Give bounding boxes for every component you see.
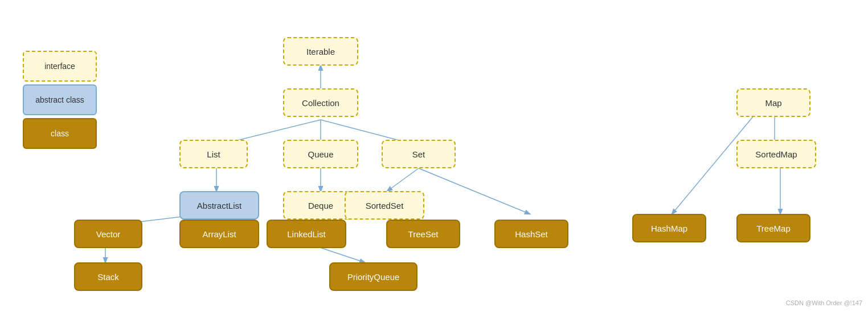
node-hashmap: HashMap xyxy=(632,214,706,242)
node-sortedset: SortedSet xyxy=(345,191,424,220)
node-arraylist: ArrayList xyxy=(179,220,259,248)
node-vector: Vector xyxy=(74,220,142,248)
node-sortedmap: SortedMap xyxy=(736,140,816,168)
node-collection: Collection xyxy=(283,88,358,117)
legend-interface: interface xyxy=(23,51,97,82)
node-set: Set xyxy=(382,140,456,168)
node-map: Map xyxy=(736,88,810,117)
node-hashset: HashSet xyxy=(494,220,568,248)
node-treemap: TreeMap xyxy=(736,214,810,242)
watermark: CSDN @With Order @!147 xyxy=(786,299,862,306)
legend-abstract-label: abstract class xyxy=(35,95,84,104)
node-linkedlist: LinkedList xyxy=(267,220,346,248)
legend-interface-label: interface xyxy=(44,62,75,71)
node-stack: Stack xyxy=(74,262,142,291)
node-treeset: TreeSet xyxy=(386,220,460,248)
legend-class: class xyxy=(23,118,97,149)
svg-line-6 xyxy=(387,168,419,191)
node-priorityqueue: PriorityQueue xyxy=(329,262,417,291)
legend-class-label: class xyxy=(51,129,69,138)
legend-abstract: abstract class xyxy=(23,84,97,115)
svg-line-7 xyxy=(419,168,530,214)
node-iterable: Iterable xyxy=(283,37,358,66)
node-queue: Queue xyxy=(283,140,358,168)
node-abstractlist: AbstractList xyxy=(179,191,259,220)
node-list: List xyxy=(179,140,248,168)
